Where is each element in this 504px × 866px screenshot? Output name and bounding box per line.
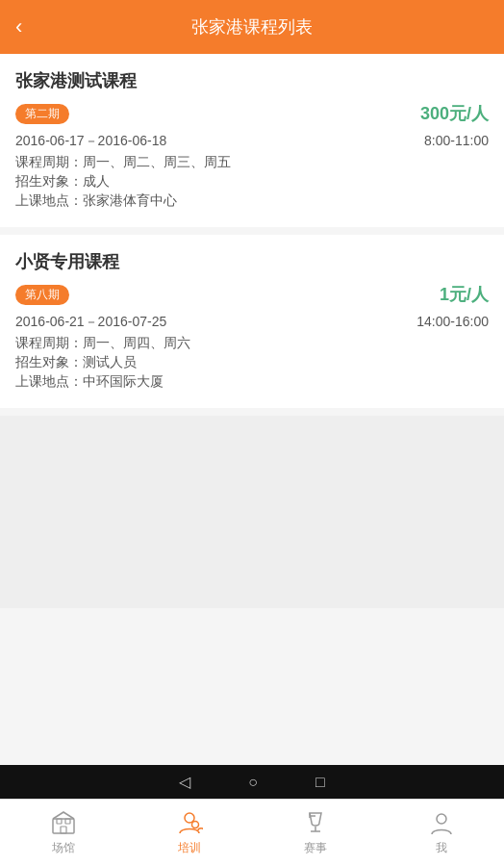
course-location-2: 上课地点：中环国际大厦 (15, 373, 489, 391)
header: ‹ 张家港课程列表 (0, 0, 504, 54)
course-time-1: 8:00-11:00 (424, 133, 489, 150)
course-card-2[interactable]: 小贤专用课程 第八期 1元/人 2016-06-21－2016-07-25 14… (0, 235, 504, 408)
nav-item-train[interactable]: 培训 (126, 800, 252, 866)
svg-point-4 (185, 813, 194, 823)
page-title: 张家港课程列表 (191, 15, 313, 38)
course-price-1: 300元/人 (420, 102, 489, 125)
svg-point-5 (191, 822, 198, 828)
me-icon (428, 809, 455, 836)
nav-label-race: 赛事 (304, 840, 327, 856)
nav-item-race[interactable]: 赛事 (252, 800, 378, 866)
bottom-nav: 场馆 培训 赛事 我 (0, 799, 504, 866)
android-navbar: ◁ ○ □ (0, 765, 504, 799)
course-target-1: 招生对象：成人 (15, 173, 489, 191)
course-period-2: 课程周期：周一、周四、周六 (15, 335, 489, 352)
course-title-1: 张家港测试课程 (15, 69, 489, 92)
train-icon (176, 809, 203, 836)
race-icon (302, 809, 329, 836)
course-target-2: 招生对象：测试人员 (15, 354, 489, 371)
course-card-1[interactable]: 张家港测试课程 第二期 300元/人 2016-06-17－2016-06-18… (0, 54, 504, 227)
nav-item-me[interactable]: 我 (378, 800, 504, 866)
course-badge-2: 第八期 (15, 285, 69, 305)
venue-icon (50, 809, 77, 836)
svg-point-10 (437, 814, 446, 824)
android-home-btn[interactable]: ○ (248, 774, 258, 791)
course-list: 张家港测试课程 第二期 300元/人 2016-06-17－2016-06-18… (0, 54, 504, 765)
android-back-btn[interactable]: ◁ (179, 773, 190, 791)
course-date-1: 2016-06-17－2016-06-18 (15, 133, 166, 150)
svg-rect-3 (61, 827, 66, 833)
back-button[interactable]: ‹ (15, 14, 22, 39)
nav-label-me: 我 (436, 840, 447, 856)
nav-label-venue: 场馆 (52, 840, 75, 856)
course-badge-1: 第二期 (15, 104, 69, 124)
course-title-2: 小贤专用课程 (15, 250, 489, 273)
course-location-1: 上课地点：张家港体育中心 (15, 192, 489, 210)
nav-item-venue[interactable]: 场馆 (0, 800, 126, 866)
nav-label-train: 培训 (178, 840, 201, 856)
course-price-2: 1元/人 (440, 283, 489, 306)
android-recents-btn[interactable]: □ (315, 774, 325, 791)
empty-space (0, 416, 504, 608)
course-period-1: 课程周期：周一、周二、周三、周五 (15, 154, 489, 171)
course-date-2: 2016-06-21－2016-07-25 (15, 314, 166, 331)
course-time-2: 14:00-16:00 (416, 314, 489, 331)
